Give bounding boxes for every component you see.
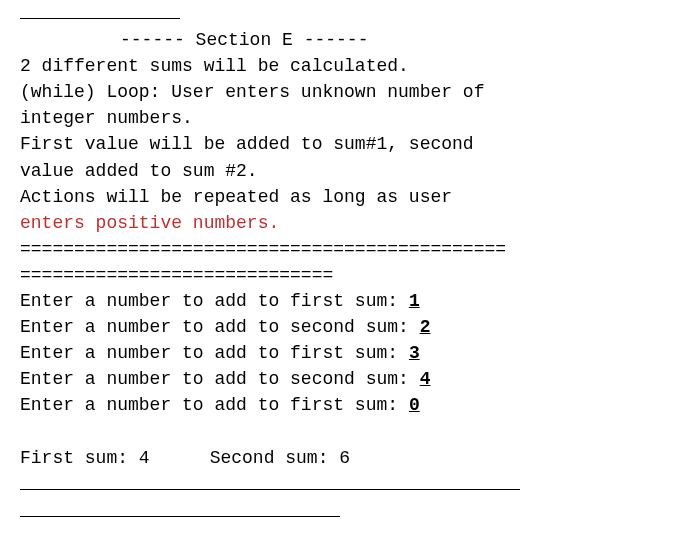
document-body: ------ Section E ------ 2 different sums… [0, 0, 700, 525]
text-line-highlight: enters positive numbers. [20, 210, 680, 236]
prompt-text: Enter a number to add to first sum: [20, 343, 409, 363]
text-line: First value will be added to sum#1, seco… [20, 131, 680, 157]
separator-line: ========================================… [20, 236, 680, 262]
prompt-line: Enter a number to add to second sum: 4 [20, 366, 680, 392]
user-input-value: 2 [420, 317, 431, 337]
text-line: 2 different sums will be calculated. [20, 53, 680, 79]
user-input-value: 4 [420, 369, 431, 389]
text-line: Actions will be repeated as long as user [20, 184, 680, 210]
footer-blank-line [20, 471, 520, 490]
footer-row [20, 498, 680, 525]
prompt-line: Enter a number to add to first sum: 0 [20, 392, 680, 418]
footer-blank-line [20, 498, 340, 517]
empty-line [20, 419, 680, 445]
header-blank-line [20, 0, 180, 19]
prompt-text: Enter a number to add to first sum: [20, 395, 409, 415]
prompt-text: Enter a number to add to second sum: [20, 317, 420, 337]
text-line: value added to sum #2. [20, 158, 680, 184]
prompt-line: Enter a number to add to first sum: 3 [20, 340, 680, 366]
user-input-value: 0 [409, 395, 420, 415]
text-line: (while) Loop: User enters unknown number… [20, 79, 680, 105]
sum-result-row: First sum: 4Second sum: 6 [20, 445, 680, 471]
prompt-text: Enter a number to add to second sum: [20, 369, 420, 389]
prompt-line: Enter a number to add to second sum: 2 [20, 314, 680, 340]
second-sum-value: 6 [339, 448, 350, 468]
prompt-line: Enter a number to add to first sum: 1 [20, 288, 680, 314]
text-line: integer numbers. [20, 105, 680, 131]
user-input-value: 1 [409, 291, 420, 311]
first-sum-label: First sum: [20, 448, 139, 468]
section-title: ------ Section E ------ [20, 27, 680, 53]
separator-line: ============================= [20, 262, 680, 288]
user-input-value: 3 [409, 343, 420, 363]
second-sum-label: Second sum: [210, 448, 340, 468]
footer-row [20, 471, 680, 498]
first-sum-value: 4 [139, 448, 150, 468]
prompt-text: Enter a number to add to first sum: [20, 291, 409, 311]
header-row [20, 0, 680, 27]
